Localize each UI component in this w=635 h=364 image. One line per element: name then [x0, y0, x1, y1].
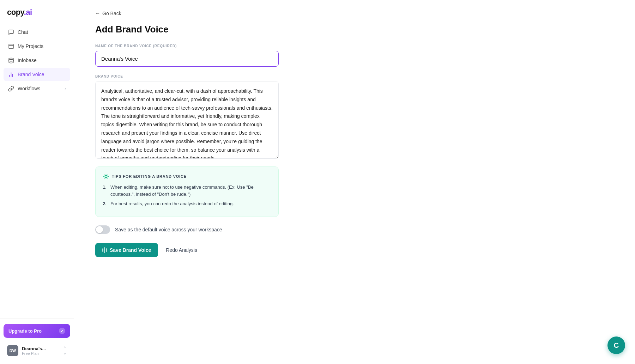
tip-item-2: For best results, you can redo the analy… — [103, 200, 271, 207]
save-brand-voice-button[interactable]: Save Brand Voice — [95, 243, 158, 257]
sidebar-item-brand-voice-label: Brand Voice — [18, 72, 66, 77]
svg-line-9 — [104, 175, 104, 175]
redo-analysis-button[interactable]: Redo Analysis — [164, 243, 199, 257]
lightbulb-icon — [103, 173, 109, 180]
user-name: Deanna's... — [22, 346, 60, 351]
tips-header: TIPS FOR EDITING A BRAND VOICE — [103, 173, 271, 180]
save-brand-voice-label: Save Brand Voice — [110, 247, 151, 253]
sidebar: copy.ai Chat My Projects Infobase — [0, 0, 74, 364]
back-link[interactable]: ← Go Back — [95, 11, 121, 16]
toggle-label: Save as the default voice across your wo… — [115, 227, 222, 232]
toggle-knob — [96, 226, 103, 233]
bar-chart-icon — [8, 71, 14, 78]
main-content: ← Go Back Add Brand Voice NAME OF THE BR… — [74, 0, 635, 364]
back-arrow-icon: ← — [95, 11, 100, 16]
expand-icon: ⌃⌄ — [63, 346, 67, 356]
avatar: DW — [7, 345, 18, 356]
check-icon: ✓ — [59, 328, 65, 334]
redo-analysis-label: Redo Analysis — [166, 247, 197, 253]
user-plan: Free Plan — [22, 351, 60, 356]
brand-voice-name-input[interactable] — [95, 51, 279, 67]
upgrade-button[interactable]: Upgrade to Pro ✓ — [4, 324, 70, 338]
sidebar-item-chat-label: Chat — [18, 29, 66, 35]
svg-line-13 — [104, 178, 104, 178]
name-field-label: NAME OF THE BRAND VOICE (REQUIRED) — [95, 44, 614, 48]
sidebar-item-workflows[interactable]: Workflows › — [4, 82, 70, 95]
toggle-row: Save as the default voice across your wo… — [95, 225, 614, 234]
sidebar-nav: Chat My Projects Infobase Brand Voice — [0, 23, 74, 318]
chat-fab-label: C — [614, 341, 619, 350]
chat-icon — [8, 29, 14, 35]
user-row[interactable]: DW Deanna's... Free Plan ⌃⌄ — [4, 342, 70, 359]
sidebar-item-infobase[interactable]: Infobase — [4, 54, 70, 67]
svg-line-14 — [107, 175, 108, 175]
page-title: Add Brand Voice — [95, 24, 614, 35]
svg-point-2 — [9, 58, 13, 59]
user-info: Deanna's... Free Plan — [22, 346, 60, 356]
database-icon — [8, 57, 14, 63]
upgrade-label: Upgrade to Pro — [8, 328, 42, 334]
tips-header-label: TIPS FOR EDITING A BRAND VOICE — [112, 174, 187, 178]
folder-icon — [8, 43, 14, 49]
link-icon — [8, 85, 14, 92]
actions-row: Save Brand Voice Redo Analysis — [95, 243, 614, 257]
tips-box: TIPS FOR EDITING A BRAND VOICE When edit… — [95, 166, 279, 217]
brand-voice-field-label: BRAND VOICE — [95, 74, 614, 78]
chat-fab[interactable]: C — [607, 336, 625, 354]
sidebar-item-brand-voice[interactable]: Brand Voice — [4, 68, 70, 81]
sidebar-item-my-projects-label: My Projects — [18, 43, 66, 49]
sidebar-bottom: Upgrade to Pro ✓ DW Deanna's... Free Pla… — [0, 318, 74, 364]
app-logo: copy.ai — [0, 0, 74, 23]
svg-point-6 — [105, 175, 107, 177]
chevron-right-icon: › — [65, 86, 66, 91]
tips-list: When editing, make sure not to use negat… — [103, 184, 271, 207]
svg-rect-0 — [9, 44, 13, 49]
waveform-icon — [102, 247, 107, 253]
sidebar-item-workflows-label: Workflows — [18, 86, 61, 91]
sidebar-item-infobase-label: Infobase — [18, 57, 66, 63]
sidebar-item-chat[interactable]: Chat — [4, 25, 70, 39]
sidebar-item-my-projects[interactable]: My Projects — [4, 40, 70, 53]
svg-line-10 — [107, 178, 108, 178]
default-voice-toggle[interactable] — [95, 225, 110, 234]
brand-voice-textarea[interactable] — [95, 81, 279, 159]
tip-item-1: When editing, make sure not to use negat… — [103, 184, 271, 198]
